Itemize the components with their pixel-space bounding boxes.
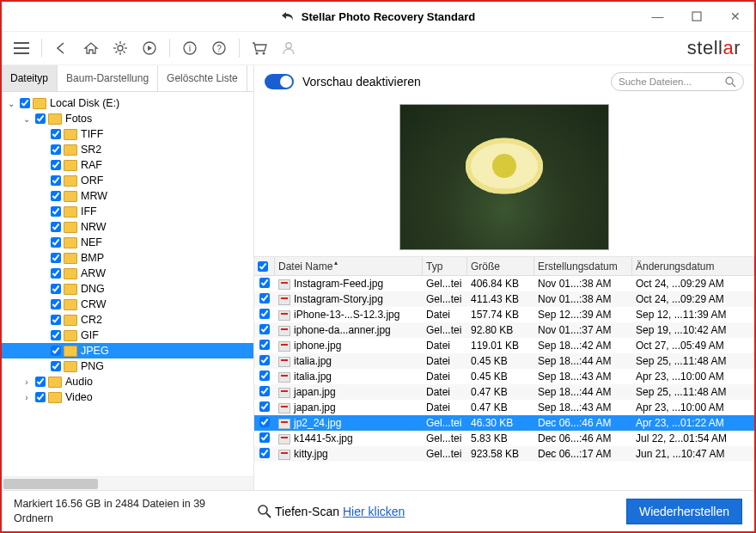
tree-checkbox[interactable] [51, 284, 61, 294]
tree-item[interactable]: ›Video [2, 389, 253, 405]
tree-item[interactable]: CRW [2, 297, 253, 312]
table-row[interactable]: Instagram-Feed.jpg Gel...tei 406.84 KB N… [254, 276, 754, 291]
preview-toggle[interactable] [265, 74, 294, 89]
tree-item[interactable]: CR2 [2, 312, 253, 328]
row-checkbox[interactable] [259, 432, 270, 443]
horizontal-scrollbar[interactable] [2, 476, 253, 490]
tree-label: MRW [81, 190, 107, 202]
file-table: Datei Name Typ Größe Erstellungsdatum Än… [254, 256, 754, 490]
tab-dateityp[interactable]: Dateityp [2, 65, 58, 91]
file-tree[interactable]: ⌄Local Disk (E:)⌄FotosTIFFSR2RAFORFMRWIF… [2, 92, 253, 476]
row-checkbox[interactable] [259, 293, 270, 303]
tree-item[interactable]: RAF [2, 157, 253, 173]
row-checkbox[interactable] [259, 371, 270, 381]
user-button[interactable] [276, 35, 302, 61]
tree-item[interactable]: SR2 [2, 142, 253, 157]
cart-button[interactable] [247, 35, 272, 61]
tree-item[interactable]: DNG [2, 281, 253, 297]
tree-item[interactable]: NEF [2, 235, 253, 250]
tree-checkbox[interactable] [51, 129, 61, 139]
tree-item[interactable]: JPEG [2, 343, 253, 358]
row-checkbox[interactable] [259, 324, 270, 334]
svg-point-15 [256, 52, 259, 55]
tree-item[interactable]: MRW [2, 188, 253, 204]
tree-item[interactable]: ARW [2, 266, 253, 281]
table-row[interactable]: jp2_24.jpg Gel...tei 46.30 KB Dec 06...:… [254, 415, 754, 431]
tree-item[interactable]: IFF [2, 204, 253, 219]
tab-geloeschte[interactable]: Gelöschte Liste [158, 65, 247, 91]
tree-checkbox[interactable] [51, 160, 61, 170]
settings-button[interactable] [107, 35, 133, 61]
table-row[interactable]: k1441-5x.jpg Gel...tei 5.83 KB Dec 06...… [254, 431, 754, 446]
table-row[interactable]: iphone-da...anner.jpg Gel...tei 92.80 KB… [254, 322, 754, 338]
tree-item[interactable]: ⌄Fotos [2, 111, 253, 126]
tree-checkbox[interactable] [35, 113, 46, 124]
tree-item[interactable]: ⌄Local Disk (E:) [2, 95, 253, 111]
table-row[interactable]: Instagram-Story.jpg Gel...tei 411.43 KB … [254, 291, 754, 307]
tree-item[interactable]: BMP [2, 250, 253, 266]
tree-checkbox[interactable] [35, 377, 46, 387]
tree-item[interactable]: ›Audio [2, 374, 253, 389]
tree-checkbox[interactable] [51, 361, 61, 371]
col-create[interactable]: Erstellungsdatum [534, 257, 632, 275]
file-type: Datei [423, 401, 467, 414]
tree-checkbox[interactable] [51, 330, 61, 340]
col-typ[interactable]: Typ [423, 257, 467, 275]
col-name[interactable]: Datei Name [275, 257, 423, 275]
tree-item[interactable]: PNG [2, 358, 253, 374]
tree-checkbox[interactable] [51, 206, 61, 217]
close-button[interactable]: ✕ [716, 2, 754, 31]
file-size: 411.43 KB [467, 293, 534, 305]
info-button[interactable]: i [177, 35, 203, 61]
table-row[interactable]: iPhone-13-...S-12.3.jpg Datei 157.74 KB … [254, 307, 754, 322]
restore-button[interactable]: Wiederherstellen [626, 499, 742, 524]
search-input[interactable]: Suche Dateien... [611, 72, 744, 91]
help-button[interactable]: ? [206, 35, 232, 61]
col-mod[interactable]: Änderungsdatum [632, 257, 754, 275]
table-row[interactable]: iphone.jpg Datei 119.01 KB Sep 18...:42 … [254, 338, 754, 353]
tree-checkbox[interactable] [51, 191, 61, 201]
tree-checkbox[interactable] [35, 392, 46, 402]
resume-button[interactable] [137, 35, 162, 61]
home-button[interactable] [78, 35, 104, 61]
row-checkbox[interactable] [259, 340, 270, 350]
tree-checkbox[interactable] [51, 268, 61, 279]
table-row[interactable]: japan.jpg Datei 0.47 KB Sep 18...:43 AM … [254, 400, 754, 415]
table-row[interactable]: kitty.jpg Gel...tei 923.58 KB Dec 06...:… [254, 446, 754, 462]
tree-checkbox[interactable] [51, 144, 61, 155]
tab-baum[interactable]: Baum-Darstellung [58, 65, 158, 91]
tree-item[interactable]: TIFF [2, 126, 253, 142]
tree-checkbox[interactable] [51, 346, 61, 356]
table-row[interactable]: japan.jpg Datei 0.47 KB Sep 18...:44 AM … [254, 384, 754, 400]
tree-item[interactable]: NRW [2, 219, 253, 235]
table-row[interactable]: italia.jpg Datei 0.45 KB Sep 18...:43 AM… [254, 369, 754, 384]
maximize-button[interactable] [677, 2, 716, 31]
tree-item[interactable]: ORF [2, 173, 253, 188]
tree-checkbox[interactable] [20, 98, 30, 108]
row-checkbox[interactable] [259, 309, 270, 319]
select-all-checkbox[interactable] [258, 261, 268, 272]
tree-checkbox[interactable] [51, 175, 61, 186]
col-size[interactable]: Größe [467, 257, 534, 275]
tree-checkbox[interactable] [51, 299, 61, 309]
tree-item[interactable]: GIF [2, 328, 253, 343]
tree-checkbox[interactable] [51, 315, 61, 325]
back-button[interactable] [49, 35, 75, 61]
tree-checkbox[interactable] [51, 222, 61, 232]
file-size: 0.45 KB [467, 355, 534, 367]
table-row[interactable]: italia.jpg Datei 0.45 KB Sep 18...:44 AM… [254, 353, 754, 369]
folder-icon [64, 330, 77, 341]
row-checkbox[interactable] [259, 417, 270, 427]
deep-scan-link[interactable]: Hier klicken [343, 505, 405, 518]
row-checkbox[interactable] [259, 278, 270, 288]
tree-checkbox[interactable] [51, 253, 61, 263]
row-checkbox[interactable] [259, 355, 270, 365]
minimize-button[interactable]: — [638, 2, 677, 31]
row-checkbox[interactable] [259, 401, 270, 412]
row-checkbox[interactable] [259, 386, 270, 396]
row-checkbox[interactable] [259, 448, 270, 458]
tree-label: CR2 [81, 314, 102, 326]
folder-icon [64, 175, 77, 187]
menu-button[interactable] [9, 35, 34, 61]
tree-checkbox[interactable] [51, 237, 61, 248]
